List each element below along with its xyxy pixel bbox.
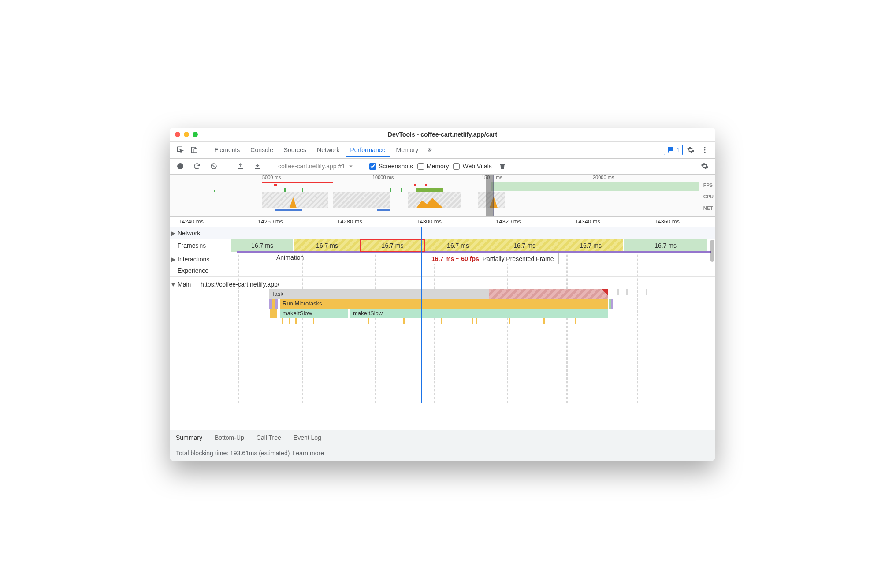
tab-elements[interactable]: Elements bbox=[210, 143, 244, 157]
frame-block[interactable]: 16.7 ms bbox=[491, 239, 558, 252]
flame-tiny[interactable] bbox=[626, 289, 628, 295]
more-tabs-icon[interactable] bbox=[424, 144, 437, 156]
separator bbox=[362, 162, 362, 171]
svg-point-5 bbox=[704, 152, 706, 153]
screenshots-checkbox[interactable]: Screenshots bbox=[369, 163, 413, 170]
expand-caret-icon[interactable]: ▶ bbox=[170, 256, 177, 263]
panel-tabs: Elements Console Sources Network Perform… bbox=[170, 142, 715, 159]
reload-record-button[interactable] bbox=[191, 160, 203, 172]
capture-settings-icon[interactable] bbox=[699, 160, 711, 172]
scrollbar-thumb[interactable] bbox=[710, 240, 714, 262]
main-track-header[interactable]: ▼ Main — https://coffee-cart.netlify.app… bbox=[170, 279, 715, 290]
overview-fps bbox=[170, 181, 702, 192]
footer: Total blocking time: 193.61ms (estimated… bbox=[170, 446, 715, 461]
tab-eventlog[interactable]: Event Log bbox=[294, 434, 321, 441]
webvitals-checkbox[interactable]: Web Vitals bbox=[453, 163, 491, 170]
flame-event[interactable] bbox=[275, 299, 278, 309]
tab-network[interactable]: Network bbox=[312, 143, 344, 157]
tab-bottomup[interactable]: Bottom-Up bbox=[215, 434, 244, 441]
playhead[interactable] bbox=[421, 227, 422, 403]
network-track-header[interactable]: ▶ Network bbox=[170, 227, 715, 239]
tab-calltree[interactable]: Call Tree bbox=[257, 434, 281, 441]
flame-task[interactable]: Task bbox=[269, 289, 489, 299]
trash-icon[interactable] bbox=[496, 160, 509, 172]
overview-selection[interactable] bbox=[486, 175, 494, 216]
flame-microtasks[interactable]: Run Microtasks bbox=[280, 299, 608, 309]
tab-performance[interactable]: Performance bbox=[346, 143, 390, 157]
recording-dropdown[interactable]: coffee-cart.netlify.app #1 bbox=[278, 162, 355, 170]
overview-net bbox=[170, 208, 702, 214]
kebab-menu-icon[interactable] bbox=[699, 144, 711, 156]
flame-small-events bbox=[170, 318, 711, 336]
maximize-window-button[interactable] bbox=[193, 132, 198, 137]
overview-ticks: 5000 ms 10000 ms 150 ms 20000 ms bbox=[170, 175, 702, 181]
separator bbox=[271, 162, 271, 171]
learn-more-link[interactable]: Learn more bbox=[292, 450, 324, 457]
recording-name: coffee-cart.netlify.app #1 bbox=[278, 163, 345, 170]
frame-block-selected[interactable]: 16.7 ms bbox=[361, 239, 424, 252]
save-profile-icon[interactable] bbox=[251, 160, 264, 172]
message-icon bbox=[667, 146, 675, 154]
tracks-area[interactable]: ▶ Network Frames ns 16.7 ms 16.7 ms 16.7… bbox=[170, 227, 715, 430]
frame-block[interactable]: 16.7 ms bbox=[231, 239, 293, 252]
flame-event[interactable] bbox=[270, 309, 277, 318]
animation-label[interactable]: Animation bbox=[276, 254, 304, 261]
timeline-ruler[interactable]: 14240 ms 14260 ms 14280 ms 14300 ms 1432… bbox=[170, 217, 715, 227]
devtools-window: DevTools - coffee-cart.netlify.app/cart … bbox=[170, 128, 715, 461]
flame-fn[interactable]: makeItSlow bbox=[280, 309, 348, 318]
tbt-label: Total blocking time: 193.61ms (estimated… bbox=[176, 450, 290, 457]
perf-toolbar: coffee-cart.netlify.app #1 Screenshots M… bbox=[170, 159, 715, 175]
frame-block[interactable]: 16.7 ms bbox=[425, 239, 491, 252]
flame-task-long[interactable] bbox=[489, 289, 608, 299]
svg-point-4 bbox=[704, 149, 706, 151]
collapse-caret-icon[interactable]: ▼ bbox=[170, 281, 177, 288]
inspect-icon[interactable] bbox=[174, 144, 186, 156]
flame-fn[interactable]: makeItSlow bbox=[350, 309, 608, 318]
experience-track-header[interactable]: Experience bbox=[170, 265, 715, 277]
device-toggle-icon[interactable] bbox=[188, 144, 201, 156]
issues-count: 1 bbox=[677, 147, 680, 153]
traffic-lights bbox=[175, 132, 198, 137]
bottom-tabbar: Summary Bottom-Up Call Tree Event Log bbox=[170, 430, 715, 446]
tab-console[interactable]: Console bbox=[246, 143, 277, 157]
flame-tiny[interactable] bbox=[617, 289, 619, 295]
tab-summary[interactable]: Summary bbox=[176, 434, 202, 441]
frame-block[interactable]: 16.7 ms bbox=[294, 239, 360, 252]
frames-track: 16.7 ms 16.7 ms 16.7 ms 16.7 ms 16.7 ms … bbox=[227, 239, 711, 252]
overview-labels: FPS CPU NET bbox=[703, 182, 714, 211]
long-task-marker-icon bbox=[602, 289, 608, 295]
flame-event[interactable] bbox=[269, 299, 272, 309]
flame-tiny[interactable] bbox=[646, 289, 647, 295]
chevron-down-icon bbox=[347, 162, 355, 170]
minimize-window-button[interactable] bbox=[184, 132, 189, 137]
frame-block[interactable]: 16.7 ms bbox=[624, 239, 707, 252]
frame-tooltip: 16.7 ms ~ 60 fps Partially Presented Fra… bbox=[427, 253, 559, 264]
tab-memory[interactable]: Memory bbox=[392, 143, 423, 157]
flame-chart[interactable]: Task Run Microtasks makeItSlow makeItSlo… bbox=[170, 289, 711, 404]
separator bbox=[227, 162, 227, 171]
load-profile-icon[interactable] bbox=[234, 160, 247, 172]
issues-badge[interactable]: 1 bbox=[664, 145, 683, 155]
record-button[interactable] bbox=[174, 160, 186, 172]
flame-event[interactable] bbox=[609, 299, 611, 309]
flame-event[interactable] bbox=[611, 299, 613, 309]
clear-button[interactable] bbox=[208, 160, 220, 172]
memory-checkbox[interactable]: Memory bbox=[417, 163, 449, 170]
tab-sources[interactable]: Sources bbox=[279, 143, 311, 157]
overview-cpu bbox=[170, 192, 702, 208]
svg-point-3 bbox=[704, 147, 706, 148]
svg-rect-2 bbox=[194, 149, 197, 153]
separator bbox=[205, 145, 205, 154]
overview-pane[interactable]: 5000 ms 10000 ms 150 ms 20000 ms bbox=[170, 175, 715, 217]
frames-annotation-bar bbox=[237, 251, 711, 253]
expand-caret-icon[interactable]: ▶ bbox=[170, 230, 177, 237]
close-window-button[interactable] bbox=[175, 132, 180, 137]
titlebar: DevTools - coffee-cart.netlify.app/cart bbox=[170, 128, 715, 142]
window-title: DevTools - coffee-cart.netlify.app/cart bbox=[388, 131, 497, 138]
frame-block[interactable]: 16.7 ms bbox=[558, 239, 623, 252]
settings-icon[interactable] bbox=[684, 144, 697, 156]
